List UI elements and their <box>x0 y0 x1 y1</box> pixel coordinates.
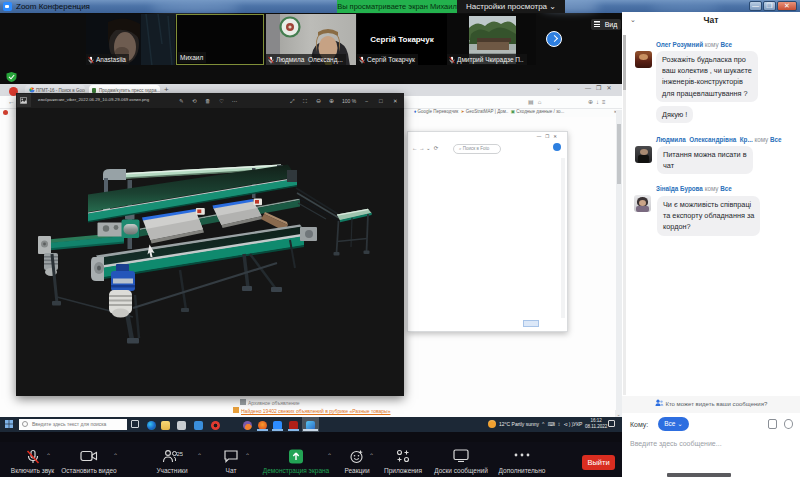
svg-text:25: 25 <box>177 451 184 457</box>
